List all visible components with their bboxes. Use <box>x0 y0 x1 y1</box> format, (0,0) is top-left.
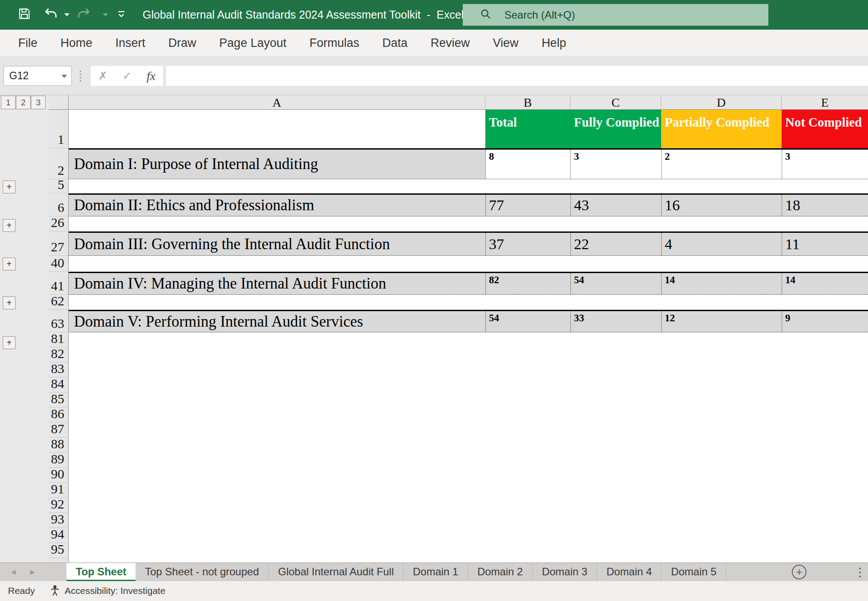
column-header-d[interactable]: D <box>661 95 782 110</box>
cell[interactable]: 9 <box>782 311 868 332</box>
row-header[interactable]: 27 <box>49 231 69 256</box>
cell[interactable]: 22 <box>570 233 661 255</box>
row-header[interactable]: 85 <box>49 393 69 408</box>
domain-label-cell[interactable]: Domain II: Ethics and Professionalism <box>69 195 485 216</box>
redo-button[interactable] <box>75 6 92 23</box>
row-header[interactable]: 40 <box>49 256 69 272</box>
sheet-tab-domain-2[interactable]: Domain 2 <box>468 563 533 581</box>
expand-group-button[interactable]: + <box>3 181 16 193</box>
cell[interactable]: 37 <box>485 233 570 255</box>
cell[interactable]: 3 <box>782 150 868 179</box>
row-header[interactable]: 92 <box>49 498 69 513</box>
row-header[interactable]: 62 <box>49 295 69 310</box>
row-header[interactable]: 91 <box>49 483 69 498</box>
cell[interactable]: 77 <box>485 195 570 216</box>
row-header[interactable]: 1 <box>49 110 69 148</box>
row-header[interactable]: 83 <box>49 362 69 378</box>
undo-dropdown-icon[interactable] <box>64 13 70 16</box>
sheet-tab-top-sheet[interactable]: Top Sheet <box>66 563 136 581</box>
row-header[interactable]: 86 <box>49 408 69 423</box>
sheet-tab-menu-icon[interactable] <box>859 566 861 578</box>
sheet-tab-domain-3[interactable]: Domain 3 <box>533 563 597 581</box>
row-header[interactable]: 89 <box>49 453 69 468</box>
expand-group-button[interactable]: + <box>3 219 16 232</box>
row-header[interactable]: 5 <box>49 179 69 193</box>
cell[interactable]: 3 <box>570 150 661 179</box>
cell[interactable]: 43 <box>570 195 661 216</box>
column-header-c[interactable]: C <box>570 95 661 110</box>
sheet-nav-right-icon[interactable]: ▸ <box>30 566 35 577</box>
new-sheet-button[interactable]: + <box>792 565 806 579</box>
cell[interactable]: 12 <box>661 311 782 332</box>
sheet-tab-top-sheet-not-grouped[interactable]: Top Sheet - not grouped <box>136 563 269 581</box>
domain-label-cell[interactable]: Domain III: Governing the Internal Audit… <box>69 233 485 255</box>
search-box[interactable] <box>463 4 768 26</box>
cell[interactable]: 14 <box>782 273 868 294</box>
customize-quick-access-toolbar-button[interactable] <box>113 6 130 23</box>
cell-fully-complied-header[interactable]: Fully Complied <box>570 110 661 148</box>
sheet-tab-domain-5[interactable]: Domain 5 <box>662 563 726 581</box>
tab-help[interactable]: Help <box>530 30 578 56</box>
outline-level-3-button[interactable]: 3 <box>31 96 46 109</box>
column-header-e[interactable]: E <box>782 95 868 110</box>
expand-group-button[interactable]: + <box>3 297 16 309</box>
formula-input[interactable] <box>166 66 868 86</box>
cell[interactable]: 54 <box>570 273 661 294</box>
row-header[interactable]: 82 <box>49 347 69 362</box>
enter-button[interactable]: ✓ <box>122 69 132 82</box>
tab-draw[interactable]: Draw <box>157 30 208 56</box>
insert-function-button[interactable]: fx <box>147 69 155 83</box>
redo-dropdown-icon[interactable] <box>103 13 108 16</box>
outline-level-2-button[interactable]: 2 <box>16 96 31 109</box>
cell[interactable]: 8 <box>485 150 570 179</box>
column-header-b[interactable]: B <box>485 95 570 110</box>
save-button[interactable] <box>16 6 33 23</box>
cell[interactable]: 54 <box>485 311 570 332</box>
tab-data[interactable]: Data <box>371 30 419 56</box>
tab-page-layout[interactable]: Page Layout <box>208 30 298 56</box>
cell[interactable]: 18 <box>782 195 868 216</box>
row-header[interactable]: 93 <box>49 513 69 528</box>
search-input[interactable] <box>504 9 726 21</box>
cell[interactable]: 11 <box>782 233 868 255</box>
outline-level-1-button[interactable]: 1 <box>1 96 16 109</box>
cell[interactable]: 82 <box>485 273 570 294</box>
cell[interactable]: 2 <box>661 150 782 179</box>
row-header[interactable]: 84 <box>49 378 69 393</box>
cancel-button[interactable]: ✗ <box>98 69 108 82</box>
select-all-button[interactable] <box>49 95 69 110</box>
row-header[interactable]: 94 <box>49 528 69 543</box>
cell[interactable]: 14 <box>661 273 782 294</box>
status-accessibility-label[interactable]: Accessibility: Investigate <box>65 581 166 601</box>
row-header[interactable]: 87 <box>49 423 69 438</box>
cell-total-header[interactable]: Total <box>485 110 570 148</box>
row-header[interactable]: 63 <box>49 310 69 332</box>
row-header[interactable]: 88 <box>49 438 69 453</box>
tab-file[interactable]: File <box>7 30 49 56</box>
row-header[interactable]: 6 <box>49 193 69 216</box>
tab-insert[interactable]: Insert <box>104 30 157 56</box>
tab-review[interactable]: Review <box>419 30 481 56</box>
tab-view[interactable]: View <box>481 30 530 56</box>
undo-button[interactable] <box>43 6 59 23</box>
column-header-a[interactable]: A <box>69 95 485 110</box>
sheet-tab-domain-4[interactable]: Domain 4 <box>597 563 662 581</box>
row-header[interactable]: 81 <box>49 332 69 347</box>
expand-group-button[interactable]: + <box>3 336 16 349</box>
sheet-tab-global-internal-audit-full[interactable]: Global Internal Audit Full <box>269 563 403 581</box>
row-header[interactable]: 90 <box>49 468 69 483</box>
domain-label-cell[interactable]: Domain V: Performing Internal Audit Serv… <box>69 311 485 332</box>
tab-home[interactable]: Home <box>49 30 104 56</box>
domain-label-cell[interactable]: Domain I: Purpose of Internal Auditing <box>69 150 485 179</box>
cell[interactable]: 33 <box>570 311 661 332</box>
tab-formulas[interactable]: Formulas <box>298 30 371 56</box>
cell[interactable]: 4 <box>661 233 782 255</box>
cell-not-complied-header[interactable]: Not Complied <box>782 110 868 148</box>
row-header[interactable]: 41 <box>49 272 69 295</box>
name-box[interactable]: G12 <box>4 66 72 86</box>
domain-label-cell[interactable]: Domain IV: Managing the Internal Audit F… <box>69 273 485 294</box>
expand-group-button[interactable]: + <box>3 258 16 270</box>
row-header[interactable]: 2 <box>49 148 69 179</box>
name-box-dropdown-icon[interactable] <box>62 75 67 78</box>
sheet-tab-domain-1[interactable]: Domain 1 <box>403 563 468 581</box>
